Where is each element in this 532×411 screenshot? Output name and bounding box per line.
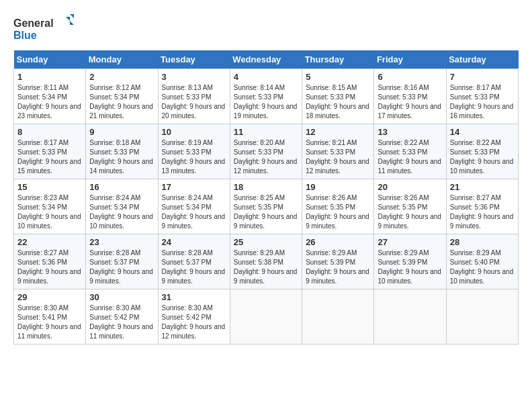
calendar-cell: 29 Sunrise: 8:30 AMSunset: 5:41 PMDaylig…: [14, 289, 86, 345]
calendar-cell: 28 Sunrise: 8:29 AMSunset: 5:40 PMDaylig…: [446, 234, 518, 289]
day-number: 17: [162, 182, 226, 192]
day-number: 22: [17, 237, 82, 247]
day-info: Sunrise: 8:29 AMSunset: 5:38 PMDaylight:…: [234, 249, 298, 285]
calendar-cell: 15 Sunrise: 8:23 AMSunset: 5:34 PMDaylig…: [14, 179, 86, 234]
calendar-cell: 1 Sunrise: 8:11 AMSunset: 5:34 PMDayligh…: [14, 69, 86, 124]
calendar-week-5: 29 Sunrise: 8:30 AMSunset: 5:41 PMDaylig…: [14, 289, 519, 345]
calendar-cell: 6 Sunrise: 8:16 AMSunset: 5:33 PMDayligh…: [374, 69, 446, 124]
day-info: Sunrise: 8:29 AMSunset: 5:39 PMDaylight:…: [378, 249, 441, 285]
calendar-week-4: 22 Sunrise: 8:27 AMSunset: 5:36 PMDaylig…: [14, 234, 519, 289]
weekday-header-saturday: Saturday: [446, 50, 518, 69]
calendar-cell: 27 Sunrise: 8:29 AMSunset: 5:39 PMDaylig…: [374, 234, 446, 289]
svg-marker-2: [66, 17, 74, 25]
calendar-cell: 8 Sunrise: 8:17 AMSunset: 5:33 PMDayligh…: [14, 124, 86, 179]
svg-text:General: General: [13, 17, 54, 29]
day-info: Sunrise: 8:22 AMSunset: 5:33 PMDaylight:…: [378, 139, 441, 175]
day-info: Sunrise: 8:13 AMSunset: 5:33 PMDaylight:…: [162, 84, 226, 120]
day-info: Sunrise: 8:27 AMSunset: 5:36 PMDaylight:…: [450, 194, 514, 230]
day-info: Sunrise: 8:21 AMSunset: 5:33 PMDaylight:…: [306, 139, 369, 175]
day-info: Sunrise: 8:11 AMSunset: 5:34 PMDaylight:…: [17, 84, 81, 120]
day-info: Sunrise: 8:26 AMSunset: 5:35 PMDaylight:…: [378, 194, 441, 230]
calendar-cell: 18 Sunrise: 8:25 AMSunset: 5:35 PMDaylig…: [230, 179, 302, 234]
calendar-cell: 3 Sunrise: 8:13 AMSunset: 5:33 PMDayligh…: [158, 69, 230, 124]
day-info: Sunrise: 8:24 AMSunset: 5:34 PMDaylight:…: [89, 194, 153, 230]
day-number: 7: [450, 72, 515, 82]
day-number: 14: [450, 127, 515, 137]
day-number: 4: [234, 72, 298, 82]
day-number: 27: [378, 237, 442, 247]
calendar-cell: [230, 289, 302, 345]
day-number: 18: [234, 182, 298, 192]
calendar-cell: 13 Sunrise: 8:22 AMSunset: 5:33 PMDaylig…: [374, 124, 446, 179]
calendar-cell: 9 Sunrise: 8:18 AMSunset: 5:33 PMDayligh…: [86, 124, 158, 179]
calendar-cell: 25 Sunrise: 8:29 AMSunset: 5:38 PMDaylig…: [230, 234, 302, 289]
day-info: Sunrise: 8:25 AMSunset: 5:35 PMDaylight:…: [234, 194, 298, 230]
calendar-cell: [374, 289, 446, 345]
day-number: 31: [162, 292, 226, 302]
day-number: 2: [89, 72, 154, 82]
page-header: General Blue: [13, 13, 519, 44]
day-info: Sunrise: 8:30 AMSunset: 5:42 PMDaylight:…: [89, 304, 153, 340]
day-number: 26: [306, 237, 370, 247]
calendar-cell: 17 Sunrise: 8:24 AMSunset: 5:34 PMDaylig…: [158, 179, 230, 234]
day-info: Sunrise: 8:19 AMSunset: 5:33 PMDaylight:…: [162, 139, 226, 175]
calendar-table: SundayMondayTuesdayWednesdayThursdayFrid…: [13, 50, 519, 345]
day-info: Sunrise: 8:30 AMSunset: 5:42 PMDaylight:…: [162, 304, 226, 340]
day-number: 20: [378, 182, 442, 192]
day-info: Sunrise: 8:26 AMSunset: 5:35 PMDaylight:…: [306, 194, 369, 230]
weekday-header-tuesday: Tuesday: [158, 50, 230, 69]
calendar-cell: 31 Sunrise: 8:30 AMSunset: 5:42 PMDaylig…: [158, 289, 230, 345]
day-info: Sunrise: 8:20 AMSunset: 5:33 PMDaylight:…: [234, 139, 298, 175]
day-info: Sunrise: 8:28 AMSunset: 5:37 PMDaylight:…: [89, 249, 153, 285]
day-info: Sunrise: 8:24 AMSunset: 5:34 PMDaylight:…: [162, 194, 226, 230]
calendar-cell: 22 Sunrise: 8:27 AMSunset: 5:36 PMDaylig…: [14, 234, 86, 289]
day-number: 25: [234, 237, 298, 247]
day-number: 29: [17, 292, 82, 302]
calendar-week-3: 15 Sunrise: 8:23 AMSunset: 5:34 PMDaylig…: [14, 179, 519, 234]
weekday-header-friday: Friday: [374, 50, 446, 69]
calendar-cell: [446, 289, 518, 345]
day-number: 13: [378, 127, 442, 137]
calendar-cell: 19 Sunrise: 8:26 AMSunset: 5:35 PMDaylig…: [302, 179, 374, 234]
day-info: Sunrise: 8:12 AMSunset: 5:34 PMDaylight:…: [89, 84, 153, 120]
day-number: 3: [162, 72, 226, 82]
calendar-cell: 7 Sunrise: 8:17 AMSunset: 5:33 PMDayligh…: [446, 69, 518, 124]
calendar-cell: 30 Sunrise: 8:30 AMSunset: 5:42 PMDaylig…: [86, 289, 158, 345]
calendar-cell: 24 Sunrise: 8:28 AMSunset: 5:37 PMDaylig…: [158, 234, 230, 289]
calendar-cell: 23 Sunrise: 8:28 AMSunset: 5:37 PMDaylig…: [86, 234, 158, 289]
calendar-cell: 21 Sunrise: 8:27 AMSunset: 5:36 PMDaylig…: [446, 179, 518, 234]
calendar-week-2: 8 Sunrise: 8:17 AMSunset: 5:33 PMDayligh…: [14, 124, 519, 179]
day-info: Sunrise: 8:18 AMSunset: 5:33 PMDaylight:…: [89, 139, 153, 175]
day-info: Sunrise: 8:15 AMSunset: 5:33 PMDaylight:…: [306, 84, 369, 120]
day-number: 19: [306, 182, 370, 192]
calendar-cell: 20 Sunrise: 8:26 AMSunset: 5:35 PMDaylig…: [374, 179, 446, 234]
weekday-header-monday: Monday: [86, 50, 158, 69]
calendar-week-1: 1 Sunrise: 8:11 AMSunset: 5:34 PMDayligh…: [14, 69, 519, 124]
day-number: 9: [89, 127, 154, 137]
weekday-header-sunday: Sunday: [14, 50, 86, 69]
day-info: Sunrise: 8:29 AMSunset: 5:39 PMDaylight:…: [306, 249, 369, 285]
day-info: Sunrise: 8:30 AMSunset: 5:41 PMDaylight:…: [17, 304, 81, 340]
weekday-header-wednesday: Wednesday: [230, 50, 302, 69]
calendar-cell: 12 Sunrise: 8:21 AMSunset: 5:33 PMDaylig…: [302, 124, 374, 179]
day-info: Sunrise: 8:14 AMSunset: 5:33 PMDaylight:…: [234, 84, 298, 120]
day-number: 28: [450, 237, 515, 247]
calendar-cell: [302, 289, 374, 345]
logo-svg: General Blue: [13, 13, 74, 44]
weekday-header-thursday: Thursday: [302, 50, 374, 69]
day-number: 16: [89, 182, 154, 192]
day-number: 15: [17, 182, 82, 192]
day-number: 8: [17, 127, 82, 137]
day-number: 30: [89, 292, 154, 302]
calendar-cell: 14 Sunrise: 8:22 AMSunset: 5:33 PMDaylig…: [446, 124, 518, 179]
day-info: Sunrise: 8:22 AMSunset: 5:33 PMDaylight:…: [450, 139, 514, 175]
calendar-cell: 26 Sunrise: 8:29 AMSunset: 5:39 PMDaylig…: [302, 234, 374, 289]
day-number: 12: [306, 127, 370, 137]
calendar-cell: 10 Sunrise: 8:19 AMSunset: 5:33 PMDaylig…: [158, 124, 230, 179]
day-number: 5: [306, 72, 370, 82]
day-info: Sunrise: 8:28 AMSunset: 5:37 PMDaylight:…: [162, 249, 226, 285]
day-info: Sunrise: 8:29 AMSunset: 5:40 PMDaylight:…: [450, 249, 514, 285]
day-number: 21: [450, 182, 515, 192]
day-number: 10: [162, 127, 226, 137]
day-number: 1: [17, 72, 82, 82]
